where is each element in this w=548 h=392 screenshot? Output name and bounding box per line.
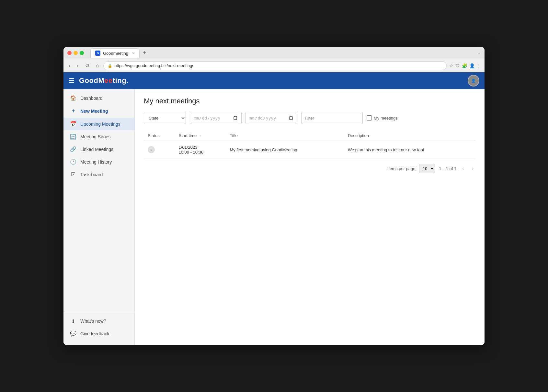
sidebar-item-give-feedback[interactable]: 💬 Give feedback — [63, 327, 134, 340]
calendar-icon: 📅 — [70, 121, 76, 127]
profile-icon[interactable]: 👤 — [469, 63, 475, 68]
feedback-icon: 💬 — [70, 330, 76, 337]
state-filter[interactable]: State — [144, 112, 186, 124]
minimize-button[interactable] — [74, 51, 78, 55]
cell-status: ○ — [144, 141, 175, 159]
series-icon: 🔄 — [70, 133, 76, 140]
filter-input[interactable] — [301, 112, 363, 124]
my-meetings-label: My meetings — [374, 116, 398, 121]
logo-highlight: ee — [104, 76, 112, 85]
plus-icon: ＋ — [70, 108, 76, 114]
prev-page-button[interactable]: ‹ — [460, 164, 466, 173]
sidebar-label-linked-meetings: Linked Meetings — [80, 147, 113, 152]
my-meetings-checkbox-label: My meetings — [367, 115, 398, 121]
sidebar-item-meeting-series[interactable]: 🔄 Meeting Series — [63, 130, 134, 143]
maximize-button[interactable] — [80, 51, 84, 55]
sidebar-label-upcoming-meetings: Upcoming Meetings — [80, 121, 120, 127]
tab-close-button[interactable]: × — [132, 51, 135, 56]
checkbox-icon: ☑ — [70, 171, 76, 178]
extension-icon[interactable]: 🧩 — [462, 63, 467, 68]
cell-start-time: 1/01/2023 10:00 - 10:30 — [175, 141, 226, 159]
sidebar-item-new-meeting[interactable]: ＋ New Meeting — [63, 104, 134, 118]
table-body: ○ 1/01/2023 10:00 - 10:30 My first meeti… — [144, 141, 475, 159]
app-container: ☰ GoodMeeting. 👤 🏠 Dashboard ＋ New Meeti… — [63, 72, 485, 345]
sidebar-label-task-board: Task-board — [80, 172, 103, 177]
table-header: Status Start time ↑ Title Description — [144, 131, 475, 141]
url-bar[interactable]: 🔒 https://wgc.goodmeeting.biz/next-meeti… — [103, 61, 447, 70]
sidebar-bottom: ℹ What's new? 💬 Give feedback — [63, 312, 134, 342]
filter-bar: State My meetings — [144, 112, 475, 124]
traffic-lights — [67, 51, 84, 55]
sidebar-item-upcoming-meetings[interactable]: 📅 Upcoming Meetings — [63, 118, 134, 130]
browser-toolbar-icons: ☆ 🛡 🧩 👤 ⋮ — [449, 63, 481, 68]
status-symbol: ○ — [150, 148, 153, 152]
col-title: Title — [226, 131, 344, 141]
sidebar-label-meeting-history: Meeting History — [80, 159, 112, 165]
start-time-range: 10:00 - 10:30 — [179, 150, 222, 155]
browser-toolbar: ‹ › ↺ ⌂ 🔒 https://wgc.goodmeeting.biz/ne… — [63, 59, 485, 72]
sidebar-item-dashboard[interactable]: 🏠 Dashboard — [63, 92, 134, 104]
close-button[interactable] — [67, 51, 72, 55]
sidebar-item-whats-new[interactable]: ℹ What's new? — [63, 315, 134, 327]
logo-prefix: GoodM — [79, 76, 104, 85]
user-avatar[interactable]: 👤 — [468, 75, 479, 86]
tab-bar: G Goodmeeting × + — [90, 48, 475, 58]
items-per-page-select[interactable]: 10 — [419, 164, 435, 173]
active-tab[interactable]: G Goodmeeting × — [90, 48, 140, 58]
tab-favicon: G — [95, 51, 100, 56]
main-layout: 🏠 Dashboard ＋ New Meeting 📅 Upcoming Mee… — [63, 89, 485, 345]
menu-icon[interactable]: ⋮ — [477, 63, 481, 68]
sidebar-label-meeting-series: Meeting Series — [80, 134, 110, 139]
window-controls: ⌄ — [477, 51, 481, 55]
link-icon: 🔗 — [70, 146, 76, 152]
new-tab-button[interactable]: + — [141, 50, 148, 56]
col-start-time[interactable]: Start time ↑ — [175, 131, 226, 141]
start-date: 1/01/2023 — [179, 145, 222, 150]
browser-titlebar: G Goodmeeting × + ⌄ — [63, 47, 485, 59]
avatar-initials: 👤 — [471, 79, 476, 83]
pagination: Items per page: 10 1 – 1 of 1 ‹ › — [144, 164, 475, 173]
table-header-row: Status Start time ↑ Title Description — [144, 131, 475, 141]
lock-icon: 🔒 — [108, 63, 112, 68]
date-to-input[interactable] — [245, 112, 297, 124]
my-meetings-checkbox[interactable] — [367, 115, 372, 121]
home-button[interactable]: ⌂ — [94, 62, 101, 70]
sidebar-label-dashboard: Dashboard — [80, 96, 103, 101]
col-description: Description — [344, 131, 475, 141]
meetings-table: Status Start time ↑ Title Description — [144, 131, 475, 159]
info-icon: ℹ — [70, 318, 76, 324]
home-icon: 🏠 — [70, 95, 76, 101]
cell-title: My first meeting using GoodMeeting — [226, 141, 344, 159]
url-text: https://wgc.goodmeeting.biz/next-meeting… — [114, 63, 194, 68]
sidebar-label-whats-new: What's new? — [80, 318, 106, 324]
page-info: 1 – 1 of 1 — [439, 166, 456, 171]
hamburger-icon[interactable]: ☰ — [69, 77, 74, 85]
sidebar-item-meeting-history[interactable]: 🕐 Meeting History — [63, 156, 134, 168]
table-row[interactable]: ○ 1/01/2023 10:00 - 10:30 My first meeti… — [144, 141, 475, 159]
cell-description: We plan this meeting to test our new too… — [344, 141, 475, 159]
browser-window: G Goodmeeting × + ⌄ ‹ › ↺ ⌂ 🔒 https://wg… — [63, 47, 485, 345]
header-left: ☰ GoodMeeting. — [69, 76, 129, 85]
content-area: My next meetings State My meetings — [135, 89, 485, 345]
sidebar: 🏠 Dashboard ＋ New Meeting 📅 Upcoming Mee… — [63, 89, 135, 345]
tab-title: Goodmeeting — [103, 51, 128, 56]
sort-arrow-icon: ↑ — [199, 133, 201, 138]
col-status: Status — [144, 131, 175, 141]
status-icon: ○ — [148, 146, 155, 153]
page-title: My next meetings — [144, 97, 475, 105]
refresh-button[interactable]: ↺ — [83, 61, 91, 70]
items-per-page: Items per page: 10 — [387, 164, 435, 173]
app-logo: GoodMeeting. — [79, 76, 129, 85]
sidebar-item-linked-meetings[interactable]: 🔗 Linked Meetings — [63, 143, 134, 156]
items-per-page-label: Items per page: — [387, 166, 417, 171]
sidebar-label-new-meeting: New Meeting — [80, 109, 108, 114]
bookmark-icon[interactable]: ☆ — [449, 63, 453, 68]
sidebar-item-task-board[interactable]: ☑ Task-board — [63, 168, 134, 181]
logo-suffix: ting. — [113, 76, 129, 85]
next-page-button[interactable]: › — [470, 164, 475, 173]
app-header: ☰ GoodMeeting. 👤 — [63, 72, 485, 89]
history-icon: 🕐 — [70, 159, 76, 165]
date-from-input[interactable] — [190, 112, 242, 124]
back-button[interactable]: ‹ — [67, 62, 72, 70]
forward-button[interactable]: › — [75, 62, 80, 70]
